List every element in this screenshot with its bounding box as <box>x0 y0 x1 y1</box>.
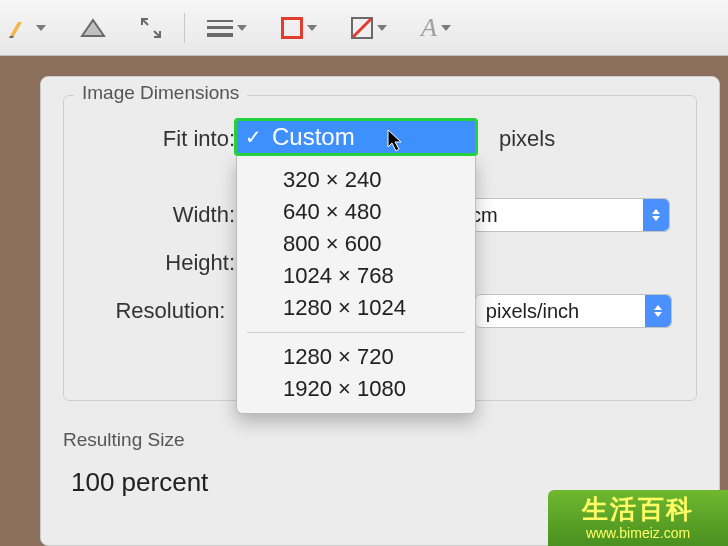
text-style-tool[interactable]: A <box>421 13 451 43</box>
svg-line-5 <box>353 19 371 37</box>
lines-icon <box>207 19 233 37</box>
stepper-arrows-icon <box>643 199 669 231</box>
menu-item[interactable]: 1280 × 720 <box>237 341 475 373</box>
resolution-unit-select[interactable]: pixels/inch <box>475 294 672 328</box>
unit-select[interactable]: cm <box>460 198 670 232</box>
line-weight-tool[interactable] <box>207 19 247 37</box>
square-slash-icon <box>351 17 373 39</box>
divider <box>184 13 185 43</box>
letter-a-icon: A <box>421 13 437 43</box>
fill-color-tool[interactable] <box>351 17 387 39</box>
highlighter-tool[interactable] <box>8 18 46 38</box>
image-dimensions-group: Image Dimensions Fit into: pixels ✓ Cust… <box>63 95 697 401</box>
expand-tool[interactable] <box>140 17 162 39</box>
group-title: Image Dimensions <box>74 82 247 104</box>
chevron-down-icon <box>36 25 46 31</box>
stroke-color-tool[interactable] <box>281 17 317 39</box>
triangle-icon <box>80 18 106 38</box>
width-label: Width: <box>88 202 243 228</box>
chevron-down-icon <box>377 25 387 31</box>
fit-into-select[interactable]: ✓ Custom <box>234 118 478 156</box>
menu-separator <box>247 332 465 333</box>
chevron-down-icon <box>307 25 317 31</box>
svg-rect-1 <box>207 26 233 29</box>
cursor-icon <box>387 129 405 153</box>
fit-into-selected: Custom <box>272 123 355 151</box>
menu-item[interactable]: 1024 × 768 <box>237 260 475 292</box>
square-outline-icon <box>281 17 303 39</box>
watermark-line2: www.bimeiz.com <box>586 525 690 542</box>
svg-rect-2 <box>207 33 233 37</box>
stepper-arrows-icon <box>645 295 671 327</box>
height-label: Height: <box>88 250 243 276</box>
toolbar: A <box>0 0 728 56</box>
menu-item[interactable]: 1280 × 1024 <box>237 292 475 324</box>
fit-into-menu: 320 × 240 640 × 480 800 × 600 1024 × 768… <box>236 156 476 414</box>
adjust-size-panel: Image Dimensions Fit into: pixels ✓ Cust… <box>40 76 720 546</box>
shape-fill-tool[interactable] <box>80 18 106 38</box>
checkmark-icon: ✓ <box>245 125 262 149</box>
svg-rect-3 <box>282 18 302 38</box>
resulting-title: Resulting Size <box>63 429 697 451</box>
menu-item[interactable]: 640 × 480 <box>237 196 475 228</box>
menu-item[interactable]: 800 × 600 <box>237 228 475 260</box>
watermark: 生活百科 www.bimeiz.com <box>548 490 728 546</box>
expand-icon <box>140 17 162 39</box>
chevron-down-icon <box>441 25 451 31</box>
svg-rect-0 <box>207 20 233 22</box>
highlighter-icon <box>8 18 32 38</box>
menu-item[interactable]: 320 × 240 <box>237 164 475 196</box>
menu-item[interactable]: 1920 × 1080 <box>237 373 475 405</box>
resulting-size-section: Resulting Size 100 percent <box>63 429 697 498</box>
resolution-unit-value: pixels/inch <box>486 300 579 323</box>
resolution-label: Resolution: <box>88 298 234 324</box>
chevron-down-icon <box>237 25 247 31</box>
watermark-line1: 生活百科 <box>582 494 694 525</box>
fit-into-unit: pixels <box>499 126 555 152</box>
fit-into-label: Fit into: <box>88 126 243 152</box>
